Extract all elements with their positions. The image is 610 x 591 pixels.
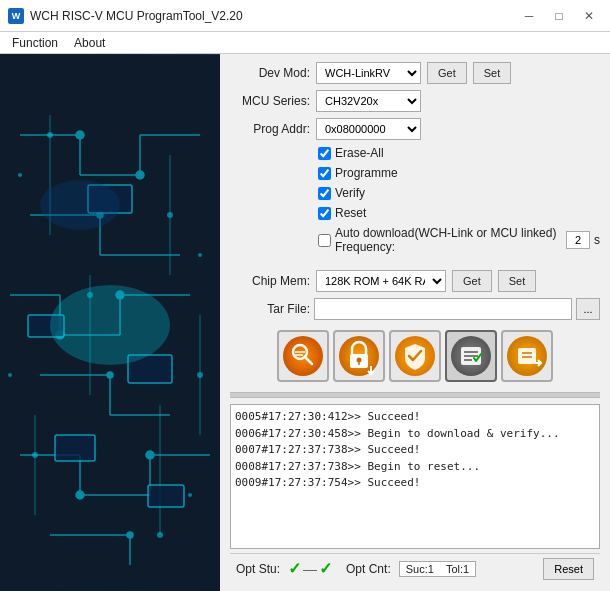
status-reset-button[interactable]: Reset <box>543 558 594 580</box>
verify-row: Verify <box>318 186 600 200</box>
tar-file-row: Tar File: orkspace\template2\Debug\rtthr… <box>230 298 600 320</box>
verify-checkbox[interactable] <box>318 187 331 200</box>
chip-mem-set-button[interactable]: Set <box>498 270 537 292</box>
suc-count: Suc:1 Tol:1 <box>399 561 476 577</box>
main-content: Dev Mod: WCH-LinkRV Get Set MCU Series: … <box>0 54 610 591</box>
svg-point-29 <box>146 451 154 459</box>
erase-all-checkbox[interactable] <box>318 147 331 160</box>
reset-label: Reset <box>335 206 366 220</box>
chip-mem-label: Chip Mem: <box>230 274 310 288</box>
svg-point-56 <box>283 336 323 376</box>
window-title: WCH RISC-V MCU ProgramTool_V2.20 <box>30 9 243 23</box>
menu-bar: Function About <box>0 32 610 54</box>
reset-checkbox[interactable] <box>318 207 331 220</box>
suc-value: 1 <box>428 563 434 575</box>
chip-mem-get-button[interactable]: Get <box>452 270 492 292</box>
program-button[interactable] <box>445 330 497 382</box>
log-line-1: 0006#17:27:30:458>> Begin to download & … <box>235 426 595 443</box>
svg-point-44 <box>47 132 53 138</box>
prog-addr-row: Prog Addr: 0x08000000 <box>230 118 600 140</box>
dev-mod-select[interactable]: WCH-LinkRV <box>316 62 421 84</box>
mcu-series-select[interactable]: CH32V20x <box>316 90 421 112</box>
log-line-0: 0005#17:27:30:412>> Succeed! <box>235 409 595 426</box>
search-config-button[interactable] <box>277 330 329 382</box>
dash-icon: — <box>303 561 317 577</box>
export-button[interactable] <box>501 330 553 382</box>
tar-file-label: Tar File: <box>230 302 310 316</box>
dev-mod-label: Dev Mod: <box>230 66 310 80</box>
log-line-2: 0007#17:27:37:738>> Succeed! <box>235 442 595 459</box>
tol-label: Tol: <box>446 563 463 575</box>
browse-button[interactable]: ... <box>576 298 600 320</box>
function-menu[interactable]: Function <box>4 34 66 52</box>
svg-point-49 <box>157 532 163 538</box>
svg-point-28 <box>76 491 84 499</box>
left-panel <box>0 54 220 591</box>
mcu-series-label: MCU Series: <box>230 94 310 108</box>
log-line-3: 0008#17:27:37:738>> Begin to reset... <box>235 459 595 476</box>
window-controls: ─ □ ✕ <box>516 6 602 26</box>
erase-all-label: Erase-All <box>335 146 384 160</box>
verify-button[interactable] <box>389 330 441 382</box>
status-bar: Opt Stu: ✓ — ✓ Opt Cnt: Suc:1 Tol:1 Rese… <box>230 553 600 583</box>
circuit-background <box>0 54 220 591</box>
opt-cnt-label: Opt Cnt: <box>346 562 391 576</box>
svg-point-45 <box>167 212 173 218</box>
dev-mod-get-button[interactable]: Get <box>427 62 467 84</box>
svg-point-63 <box>357 358 362 363</box>
auto-download-checkbox[interactable] <box>318 234 331 247</box>
log-area[interactable]: 0005#17:27:30:412>> Succeed! 0006#17:27:… <box>230 404 600 549</box>
close-button[interactable]: ✕ <box>576 6 602 26</box>
svg-point-55 <box>40 180 120 230</box>
prog-addr-label: Prog Addr: <box>230 122 310 136</box>
frequency-unit: s <box>594 233 600 247</box>
icon-bar <box>230 326 600 386</box>
right-panel: Dev Mod: WCH-LinkRV Get Set MCU Series: … <box>220 54 610 591</box>
svg-point-32 <box>127 532 133 538</box>
svg-rect-73 <box>518 348 536 364</box>
svg-point-6 <box>76 131 84 139</box>
programme-checkbox[interactable] <box>318 167 331 180</box>
svg-point-53 <box>188 493 192 497</box>
svg-point-51 <box>198 253 202 257</box>
svg-point-47 <box>197 372 203 378</box>
svg-point-7 <box>136 171 144 179</box>
svg-point-52 <box>8 373 12 377</box>
log-line-4: 0009#17:27:37:754>> Succeed! <box>235 475 595 492</box>
suc-label: Suc: <box>406 563 428 575</box>
dev-mod-row: Dev Mod: WCH-LinkRV Get Set <box>230 62 600 84</box>
programme-row: Programme <box>318 166 600 180</box>
mcu-series-row: MCU Series: CH32V20x <box>230 90 600 112</box>
tar-file-input[interactable]: orkspace\template2\Debug\rtthread.bin <box>314 298 572 320</box>
reset-row: Reset <box>318 206 600 220</box>
tol-value: 1 <box>463 563 469 575</box>
verify-label: Verify <box>335 186 365 200</box>
check-icon-1: ✓ <box>288 559 301 578</box>
svg-point-22 <box>107 372 113 378</box>
check-icon-2: ✓ <box>319 559 332 578</box>
title-bar: W WCH RISC-V MCU ProgramTool_V2.20 ─ □ ✕ <box>0 0 610 32</box>
svg-point-48 <box>32 452 38 458</box>
auto-download-label: Auto download(WCH-Link or MCU linked) Fr… <box>335 226 562 254</box>
svg-point-50 <box>18 173 22 177</box>
opt-stu-indicator: ✓ — ✓ <box>288 559 332 578</box>
dev-mod-set-button[interactable]: Set <box>473 62 512 84</box>
about-menu[interactable]: About <box>66 34 113 52</box>
erase-all-row: Erase-All <box>318 146 600 160</box>
svg-point-54 <box>50 285 170 365</box>
auto-download-row: Auto download(WCH-Link or MCU linked) Fr… <box>318 226 600 254</box>
maximize-button[interactable]: □ <box>546 6 572 26</box>
svg-rect-43 <box>148 485 184 507</box>
chip-mem-row: Chip Mem: 128K ROM + 64K RAM Get Set <box>230 270 600 292</box>
lock-download-button[interactable] <box>333 330 385 382</box>
prog-addr-select[interactable]: 0x08000000 <box>316 118 421 140</box>
minimize-button[interactable]: ─ <box>516 6 542 26</box>
frequency-input[interactable] <box>566 231 590 249</box>
chip-mem-select[interactable]: 128K ROM + 64K RAM <box>316 270 446 292</box>
app-icon: W <box>8 8 24 24</box>
svg-rect-42 <box>55 435 95 461</box>
programme-label: Programme <box>335 166 398 180</box>
opt-stu-label: Opt Stu: <box>236 562 280 576</box>
